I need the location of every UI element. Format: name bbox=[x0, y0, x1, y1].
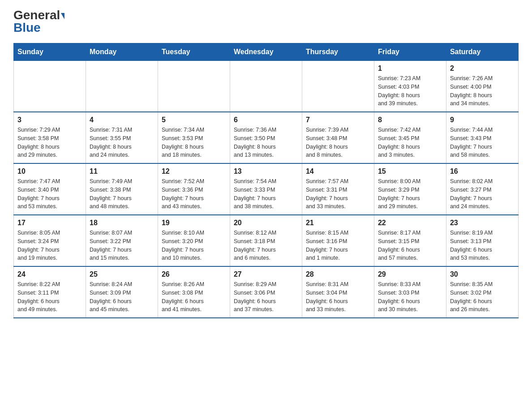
day-number: 6 bbox=[234, 116, 298, 124]
day-number: 8 bbox=[378, 116, 442, 124]
calendar-cell: 14Sunrise: 7:57 AMSunset: 3:31 PMDayligh… bbox=[302, 163, 374, 215]
day-info: Sunrise: 8:17 AMSunset: 3:15 PMDaylight:… bbox=[378, 229, 442, 262]
day-info: Sunrise: 7:49 AMSunset: 3:38 PMDaylight:… bbox=[90, 177, 154, 211]
day-info: Sunrise: 8:00 AMSunset: 3:29 PMDaylight:… bbox=[378, 177, 442, 211]
day-info: Sunrise: 8:12 AMSunset: 3:18 PMDaylight:… bbox=[234, 229, 298, 262]
day-info: Sunrise: 8:31 AMSunset: 3:04 PMDaylight:… bbox=[306, 280, 370, 314]
day-info: Sunrise: 7:29 AMSunset: 3:58 PMDaylight:… bbox=[17, 126, 82, 159]
day-number: 10 bbox=[17, 167, 82, 176]
day-info: Sunrise: 8:22 AMSunset: 3:11 PMDaylight:… bbox=[17, 280, 82, 314]
calendar-cell: 10Sunrise: 7:47 AMSunset: 3:40 PMDayligh… bbox=[14, 163, 86, 215]
weekday-header-tuesday: Tuesday bbox=[158, 43, 230, 61]
day-number: 13 bbox=[234, 167, 298, 176]
calendar-cell: 25Sunrise: 8:24 AMSunset: 3:09 PMDayligh… bbox=[86, 266, 158, 318]
day-number: 22 bbox=[378, 219, 442, 227]
day-number: 25 bbox=[90, 270, 154, 278]
day-info: Sunrise: 7:26 AMSunset: 4:00 PMDaylight:… bbox=[450, 74, 515, 108]
calendar-cell: 27Sunrise: 8:29 AMSunset: 3:06 PMDayligh… bbox=[230, 266, 302, 318]
day-number: 14 bbox=[306, 167, 370, 176]
day-info: Sunrise: 7:23 AMSunset: 4:03 PMDaylight:… bbox=[378, 74, 442, 108]
calendar-cell: 6Sunrise: 7:36 AMSunset: 3:50 PMDaylight… bbox=[230, 112, 302, 163]
day-info: Sunrise: 8:24 AMSunset: 3:09 PMDaylight:… bbox=[90, 280, 154, 314]
day-number: 9 bbox=[450, 116, 515, 124]
day-info: Sunrise: 7:54 AMSunset: 3:33 PMDaylight:… bbox=[234, 177, 298, 211]
day-number: 16 bbox=[450, 167, 515, 176]
logo-text: GeneralBlue bbox=[13, 9, 64, 34]
day-info: Sunrise: 7:52 AMSunset: 3:36 PMDaylight:… bbox=[162, 177, 226, 211]
calendar-week-row: 17Sunrise: 8:05 AMSunset: 3:24 PMDayligh… bbox=[14, 215, 519, 266]
calendar-cell: 12Sunrise: 7:52 AMSunset: 3:36 PMDayligh… bbox=[158, 163, 230, 215]
calendar-cell: 24Sunrise: 8:22 AMSunset: 3:11 PMDayligh… bbox=[14, 266, 86, 318]
calendar-cell: 17Sunrise: 8:05 AMSunset: 3:24 PMDayligh… bbox=[14, 215, 86, 266]
day-info: Sunrise: 8:07 AMSunset: 3:22 PMDaylight:… bbox=[90, 229, 154, 262]
day-info: Sunrise: 8:35 AMSunset: 3:02 PMDaylight:… bbox=[450, 280, 515, 314]
calendar-week-row: 1Sunrise: 7:23 AMSunset: 4:03 PMDaylight… bbox=[14, 61, 519, 112]
calendar-cell: 29Sunrise: 8:33 AMSunset: 3:03 PMDayligh… bbox=[374, 266, 446, 318]
day-info: Sunrise: 7:34 AMSunset: 3:53 PMDaylight:… bbox=[162, 126, 226, 159]
day-number: 2 bbox=[450, 64, 515, 73]
calendar-cell: 3Sunrise: 7:29 AMSunset: 3:58 PMDaylight… bbox=[14, 112, 86, 163]
calendar-week-row: 10Sunrise: 7:47 AMSunset: 3:40 PMDayligh… bbox=[14, 163, 519, 215]
calendar-cell: 2Sunrise: 7:26 AMSunset: 4:00 PMDaylight… bbox=[446, 61, 518, 112]
day-number: 24 bbox=[17, 270, 82, 278]
day-info: Sunrise: 8:05 AMSunset: 3:24 PMDaylight:… bbox=[17, 229, 82, 262]
calendar-cell: 26Sunrise: 8:26 AMSunset: 3:08 PMDayligh… bbox=[158, 266, 230, 318]
calendar-week-row: 3Sunrise: 7:29 AMSunset: 3:58 PMDaylight… bbox=[14, 112, 519, 163]
calendar-cell: 30Sunrise: 8:35 AMSunset: 3:02 PMDayligh… bbox=[446, 266, 518, 318]
weekday-header-wednesday: Wednesday bbox=[230, 43, 302, 61]
weekday-header-friday: Friday bbox=[374, 43, 446, 61]
day-info: Sunrise: 8:33 AMSunset: 3:03 PMDaylight:… bbox=[378, 280, 442, 314]
page-header: GeneralBlue bbox=[13, 9, 519, 34]
calendar-cell: 8Sunrise: 7:42 AMSunset: 3:45 PMDaylight… bbox=[374, 112, 446, 163]
day-number: 21 bbox=[306, 219, 370, 227]
calendar-cell: 11Sunrise: 7:49 AMSunset: 3:38 PMDayligh… bbox=[86, 163, 158, 215]
day-info: Sunrise: 7:42 AMSunset: 3:45 PMDaylight:… bbox=[378, 126, 442, 159]
day-info: Sunrise: 8:26 AMSunset: 3:08 PMDaylight:… bbox=[162, 280, 226, 314]
day-info: Sunrise: 8:19 AMSunset: 3:13 PMDaylight:… bbox=[450, 229, 515, 262]
calendar-cell: 21Sunrise: 8:15 AMSunset: 3:16 PMDayligh… bbox=[302, 215, 374, 266]
day-number: 17 bbox=[17, 219, 82, 227]
day-info: Sunrise: 8:02 AMSunset: 3:27 PMDaylight:… bbox=[450, 177, 515, 211]
day-info: Sunrise: 7:31 AMSunset: 3:55 PMDaylight:… bbox=[90, 126, 154, 159]
day-info: Sunrise: 8:10 AMSunset: 3:20 PMDaylight:… bbox=[162, 229, 226, 262]
day-number: 23 bbox=[450, 219, 515, 227]
day-info: Sunrise: 7:44 AMSunset: 3:43 PMDaylight:… bbox=[450, 126, 515, 159]
weekday-header-thursday: Thursday bbox=[302, 43, 374, 61]
calendar-cell: 9Sunrise: 7:44 AMSunset: 3:43 PMDaylight… bbox=[446, 112, 518, 163]
calendar-cell: 22Sunrise: 8:17 AMSunset: 3:15 PMDayligh… bbox=[374, 215, 446, 266]
day-info: Sunrise: 7:39 AMSunset: 3:48 PMDaylight:… bbox=[306, 126, 370, 159]
day-number: 7 bbox=[306, 116, 370, 124]
calendar-cell: 15Sunrise: 8:00 AMSunset: 3:29 PMDayligh… bbox=[374, 163, 446, 215]
calendar-cell bbox=[158, 61, 230, 112]
calendar-cell: 19Sunrise: 8:10 AMSunset: 3:20 PMDayligh… bbox=[158, 215, 230, 266]
calendar-cell bbox=[302, 61, 374, 112]
day-number: 20 bbox=[234, 219, 298, 227]
calendar-table: SundayMondayTuesdayWednesdayThursdayFrid… bbox=[13, 43, 519, 318]
calendar-cell bbox=[86, 61, 158, 112]
day-info: Sunrise: 8:15 AMSunset: 3:16 PMDaylight:… bbox=[306, 229, 370, 262]
calendar-cell bbox=[230, 61, 302, 112]
day-number: 1 bbox=[378, 64, 442, 73]
day-number: 18 bbox=[90, 219, 154, 227]
day-number: 19 bbox=[162, 219, 226, 227]
calendar-cell: 16Sunrise: 8:02 AMSunset: 3:27 PMDayligh… bbox=[446, 163, 518, 215]
calendar-cell: 23Sunrise: 8:19 AMSunset: 3:13 PMDayligh… bbox=[446, 215, 518, 266]
calendar-cell: 20Sunrise: 8:12 AMSunset: 3:18 PMDayligh… bbox=[230, 215, 302, 266]
day-number: 11 bbox=[90, 167, 154, 176]
day-number: 15 bbox=[378, 167, 442, 176]
day-info: Sunrise: 8:29 AMSunset: 3:06 PMDaylight:… bbox=[234, 280, 298, 314]
weekday-header-monday: Monday bbox=[86, 43, 158, 61]
day-number: 30 bbox=[450, 270, 515, 278]
day-number: 26 bbox=[162, 270, 226, 278]
day-number: 3 bbox=[17, 116, 82, 124]
day-number: 28 bbox=[306, 270, 370, 278]
logo: GeneralBlue bbox=[13, 9, 64, 34]
calendar-cell: 5Sunrise: 7:34 AMSunset: 3:53 PMDaylight… bbox=[158, 112, 230, 163]
calendar-cell: 4Sunrise: 7:31 AMSunset: 3:55 PMDaylight… bbox=[86, 112, 158, 163]
calendar-cell bbox=[14, 61, 86, 112]
day-info: Sunrise: 7:36 AMSunset: 3:50 PMDaylight:… bbox=[234, 126, 298, 159]
weekday-header-saturday: Saturday bbox=[446, 43, 518, 61]
day-number: 4 bbox=[90, 116, 154, 124]
weekday-header-sunday: Sunday bbox=[14, 43, 86, 61]
calendar-week-row: 24Sunrise: 8:22 AMSunset: 3:11 PMDayligh… bbox=[14, 266, 519, 318]
